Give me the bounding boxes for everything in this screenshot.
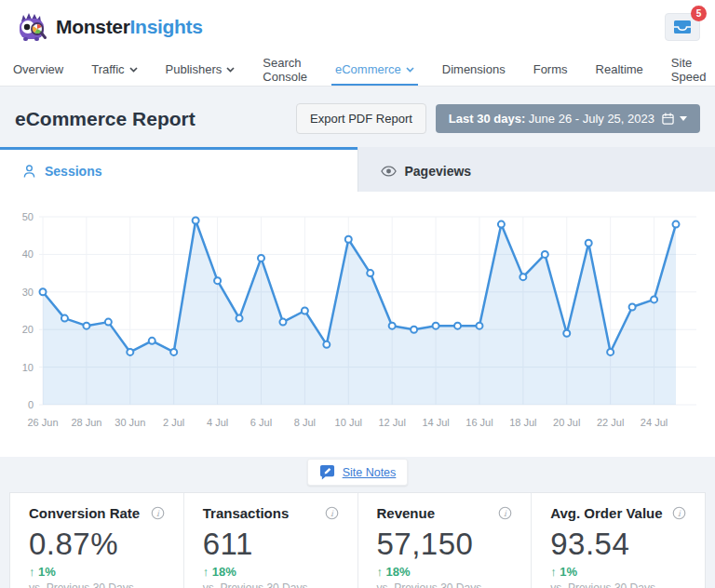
chevron-down-icon: [226, 67, 235, 73]
svg-text:14 Jul: 14 Jul: [422, 417, 449, 428]
sessions-line-chart: 0102030405026 Jun28 Jun30 Jun2 Jul4 Jul6…: [11, 206, 704, 440]
svg-text:28 Jun: 28 Jun: [71, 417, 101, 428]
svg-text:50: 50: [22, 211, 34, 222]
info-icon[interactable]: i: [498, 506, 512, 520]
eye-icon: [381, 166, 397, 177]
monsterinsights-logo: MonsterInsights: [15, 10, 203, 44]
svg-text:i: i: [504, 509, 507, 518]
svg-text:4 Jul: 4 Jul: [207, 417, 228, 428]
card-transactions: Transactions i 611 ↑ 18% vs. Previous 30…: [184, 493, 358, 588]
info-icon[interactable]: i: [672, 506, 686, 520]
top-header: MonsterInsights 5: [0, 0, 715, 53]
svg-text:i: i: [156, 509, 160, 518]
info-icon[interactable]: i: [325, 506, 339, 520]
summary-cards: Conversion Rate i 0.87% ↑ 1% vs. Previou…: [9, 492, 706, 588]
nav-item-ecommerce[interactable]: eCommerce: [335, 53, 414, 86]
svg-text:16 Jul: 16 Jul: [465, 417, 492, 428]
svg-text:18 Jul: 18 Jul: [509, 417, 536, 428]
nav-item-publishers[interactable]: Publishers: [166, 53, 236, 86]
nav-item-site-speed[interactable]: Site Speed: [671, 53, 707, 86]
card-title: Transactions: [203, 505, 290, 521]
svg-text:24 Jul: 24 Jul: [641, 417, 668, 428]
svg-text:40: 40: [22, 248, 34, 260]
metric-tabs: Sessions Pageviews: [0, 147, 715, 192]
metric-change: ↑ 1%: [550, 565, 686, 579]
chevron-down-icon: [680, 116, 687, 121]
monster-mascot-icon: [15, 10, 48, 44]
svg-text:10: 10: [22, 362, 34, 373]
note-pencil-icon: [319, 464, 335, 480]
metric-value: 93.54: [550, 527, 686, 562]
nav-item-dimensions[interactable]: Dimensions: [442, 53, 506, 86]
person-icon: [22, 164, 36, 179]
calendar-icon: [662, 113, 687, 125]
svg-text:6 Jul: 6 Jul: [250, 417, 272, 428]
metric-change: ↑ 1%: [29, 565, 165, 579]
svg-text:20: 20: [22, 324, 34, 335]
metric-compare-label: vs. Previous 30 Days: [550, 581, 686, 588]
svg-text:20 Jul: 20 Jul: [553, 417, 580, 428]
info-icon[interactable]: i: [151, 506, 165, 520]
svg-text:30: 30: [22, 287, 34, 298]
card-title: Conversion Rate: [29, 505, 140, 521]
svg-text:10 Jul: 10 Jul: [335, 417, 362, 428]
card-conversion-rate: Conversion Rate i 0.87% ↑ 1% vs. Previou…: [10, 493, 184, 588]
svg-text:0: 0: [28, 399, 34, 410]
metric-compare-label: vs. Previous 30 Days: [203, 581, 339, 588]
metric-value: 57,150: [377, 527, 513, 562]
metric-compare-label: vs. Previous 30 Days: [377, 581, 513, 588]
page-title: eCommerce Report: [15, 108, 196, 130]
nav-item-search-console[interactable]: Search Console: [263, 53, 307, 86]
sessions-chart-panel: 0102030405026 Jun28 Jun30 Jun2 Jul4 Jul6…: [0, 192, 715, 457]
report-navigation: Overview Traffic Publishers Search Conso…: [0, 53, 715, 87]
metric-change: ↑ 18%: [377, 565, 513, 579]
brand-name: MonsterInsights: [56, 16, 203, 38]
card-revenue: Revenue i 57,150 ↑ 18% vs. Previous 30 D…: [358, 493, 533, 588]
date-range-picker[interactable]: Last 30 days: June 26 - July 25, 2023: [436, 104, 700, 133]
card-avg-order-value: Avg. Order Value i 93.54 ↑ 1% vs. Previo…: [532, 493, 705, 588]
tab-pageviews[interactable]: Pageviews: [358, 147, 715, 192]
metric-value: 0.87%: [29, 527, 165, 562]
svg-text:26 Jun: 26 Jun: [27, 417, 58, 428]
svg-text:i: i: [678, 509, 681, 518]
card-title: Revenue: [377, 505, 436, 521]
inbox-icon: [673, 20, 692, 34]
metric-change: ↑ 18%: [203, 565, 339, 579]
svg-text:i: i: [331, 509, 334, 518]
card-title: Avg. Order Value: [550, 505, 662, 521]
notification-count-badge: 5: [691, 6, 707, 21]
svg-text:2 Jul: 2 Jul: [163, 417, 184, 428]
export-pdf-button[interactable]: Export PDF Report: [296, 103, 426, 134]
svg-text:30 Jun: 30 Jun: [115, 417, 145, 428]
nav-item-overview[interactable]: Overview: [13, 53, 63, 86]
tab-sessions[interactable]: Sessions: [0, 147, 358, 192]
svg-text:22 Jul: 22 Jul: [597, 417, 624, 428]
svg-text:8 Jul: 8 Jul: [294, 417, 316, 428]
nav-item-forms[interactable]: Forms: [533, 53, 568, 86]
nav-item-traffic[interactable]: Traffic: [91, 53, 137, 86]
chevron-down-icon: [406, 67, 414, 73]
svg-text:12 Jul: 12 Jul: [378, 417, 405, 428]
metric-compare-label: vs. Previous 30 Days: [29, 581, 165, 588]
nav-item-realtime[interactable]: Realtime: [596, 53, 643, 86]
site-notes-button[interactable]: Site Notes: [307, 459, 409, 486]
chevron-down-icon: [129, 67, 138, 73]
metric-value: 611: [203, 527, 339, 562]
